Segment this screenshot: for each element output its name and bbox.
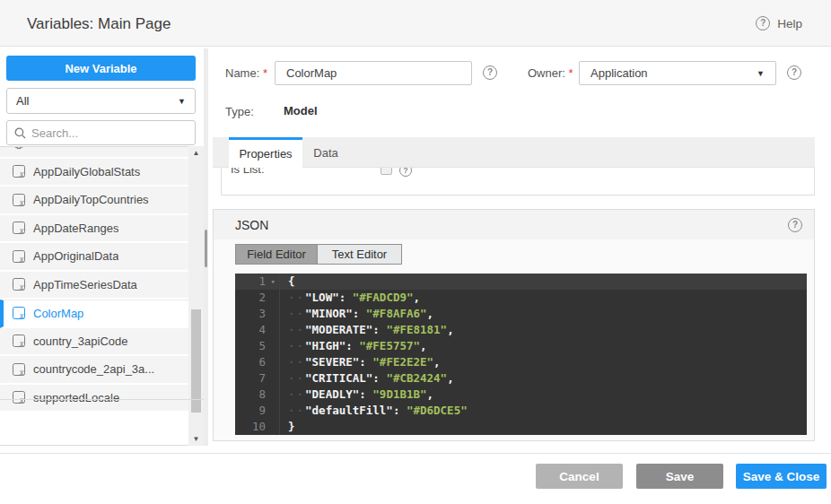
search-icon <box>14 127 26 139</box>
json-title: JSON <box>235 218 268 232</box>
search-box <box>6 120 196 145</box>
name-label: Name: * <box>225 66 267 80</box>
filter-dropdown[interactable]: All ▼ <box>6 88 196 114</box>
code-line: 7 ··"CRITICAL": "#CB2424", <box>235 370 807 387</box>
text-editor-button[interactable]: Text Editor <box>318 245 401 264</box>
dialog-header: Variables: Main Page ? Help <box>0 0 831 47</box>
list-item-label: AppDailyTopCountries <box>33 193 149 206</box>
variable-detail-panel: Name: * ? Owner: * Application ▼ ? Type:… <box>212 47 831 453</box>
fold-caret-icon[interactable]: ▾ <box>271 274 276 290</box>
help-label: Help <box>777 17 802 30</box>
json-help-icon[interactable]: ? <box>788 218 802 232</box>
owner-dropdown[interactable]: Application ▼ <box>579 61 776 85</box>
list-item-label: wsvTimeSeriesData <box>33 146 136 150</box>
tab-properties[interactable]: Properties <box>229 137 302 168</box>
editor-mode-toggle: Field Editor Text Editor <box>235 244 402 265</box>
owner-label: Owner: * <box>528 66 573 80</box>
save-button[interactable]: Save <box>636 464 723 489</box>
variable-icon: x <box>13 335 25 347</box>
code-line: 9 ··"defaultFill": "#D6DCE5" <box>235 403 807 419</box>
new-variable-button[interactable]: New Variable <box>6 56 196 81</box>
is-list-help-icon[interactable]: ? <box>399 168 412 177</box>
required-asterisk: * <box>569 66 573 80</box>
json-code-editor[interactable]: 1▾ { 2 ··"LOW": "#FADCD9", 3 ··"MINOR": … <box>235 274 807 435</box>
help-link[interactable]: ? Help <box>756 16 802 30</box>
footer-divider <box>0 453 831 454</box>
cancel-button[interactable]: Cancel <box>536 464 623 489</box>
name-input[interactable] <box>275 61 472 85</box>
name-help-icon[interactable]: ? <box>483 65 497 80</box>
panel-scrollbar-thumb[interactable] <box>205 230 207 267</box>
filter-value: All <box>16 94 29 108</box>
tab-data[interactable]: Data <box>302 137 349 168</box>
list-item[interactable]: x AppDateRanges <box>0 215 188 244</box>
type-label: Type: <box>225 105 254 118</box>
code-line: 1▾ { <box>235 274 807 290</box>
search-input[interactable] <box>31 126 175 140</box>
scroll-up-icon[interactable]: ▲ <box>188 149 204 157</box>
variable-icon: x <box>13 250 25 263</box>
is-list-row: Is List: ? <box>221 168 815 196</box>
globe-icon <box>13 146 25 150</box>
is-list-checkbox[interactable] <box>381 168 392 175</box>
list-item[interactable]: x countrycode_2api_3a... <box>0 356 188 385</box>
list-item-selected[interactable]: x ColorMap <box>0 300 188 328</box>
save-close-button[interactable]: Save & Close <box>736 464 827 489</box>
list-item-label: ColorMap <box>33 307 83 320</box>
list-item-label: AppOriginalData <box>33 249 118 263</box>
scroll-down-icon[interactable]: ▼ <box>188 435 204 443</box>
owner-help-icon[interactable]: ? <box>787 65 801 80</box>
code-line: 8 ··"DEADLY": "9D1B1B", <box>235 387 807 403</box>
code-line: 10 } <box>235 419 807 435</box>
list-item[interactable]: x AppDailyGlobalStats <box>0 159 188 187</box>
code-line: 4 ··"MODERATE": "#FE8181", <box>235 322 807 338</box>
help-icon: ? <box>756 16 770 30</box>
list-item-label: countrycode_2api_3a... <box>33 362 154 376</box>
type-value: Model <box>284 104 318 117</box>
list-item-label: supportedLocale <box>33 391 119 404</box>
list-item[interactable]: x AppDailyTopCountries <box>0 187 188 215</box>
required-asterisk: * <box>263 66 267 80</box>
list-scrollbar-thumb[interactable] <box>191 309 201 413</box>
variable-icon: x <box>13 222 25 234</box>
code-line: 2 ··"LOW": "#FADCD9", <box>235 290 807 306</box>
list-item-label: AppDateRanges <box>33 222 118 235</box>
list-item[interactable]: x AppTimeSeriesData <box>0 272 188 300</box>
list-item-label: AppDailyGlobalStats <box>33 165 140 178</box>
list-item-label: AppTimeSeriesData <box>33 278 137 291</box>
variable-icon: x <box>13 363 25 376</box>
field-editor-button[interactable]: Field Editor <box>236 245 318 264</box>
sidebar-bottom-border <box>0 399 204 400</box>
variable-list: wsvTimeSeriesData x AppDailyGlobalStats … <box>0 146 204 446</box>
variable-icon: x <box>13 278 25 291</box>
list-item-label: country_3apiCode <box>33 335 128 348</box>
is-list-label: Is List: <box>231 168 265 176</box>
variable-icon: x <box>13 391 25 404</box>
list-item[interactable]: x country_3apiCode <box>0 328 188 357</box>
variable-icon: x <box>13 194 25 206</box>
panel-scrollbar <box>204 48 208 446</box>
json-section: JSON ? Field Editor Text Editor 1▾ { 2 ·… <box>213 209 815 441</box>
code-line: 6 ··"SEVERE": "#FE2E2E", <box>235 354 807 370</box>
chevron-down-icon: ▼ <box>757 69 765 78</box>
code-line: 5 ··"HIGH": "#FE5757", <box>235 338 807 354</box>
variables-sidebar: New Variable All ▼ <box>0 47 208 453</box>
owner-value: Application <box>590 66 648 80</box>
variable-icon: x <box>13 165 25 178</box>
chevron-down-icon: ▼ <box>178 97 186 106</box>
page-title: Variables: Main Page <box>27 15 171 33</box>
list-item[interactable]: wsvTimeSeriesData <box>0 146 188 159</box>
variable-icon: x <box>13 307 25 319</box>
variables-dialog: Variables: Main Page ? Help New Variable… <box>0 0 831 504</box>
code-line: 3 ··"MINOR": "#F8AFA6", <box>235 306 807 322</box>
json-section-header: JSON ? <box>214 210 814 239</box>
tab-strip: Properties Data <box>213 137 815 168</box>
list-scrollbar: ▲ ▼ <box>188 146 204 446</box>
list-item[interactable]: x AppOriginalData <box>0 243 188 272</box>
